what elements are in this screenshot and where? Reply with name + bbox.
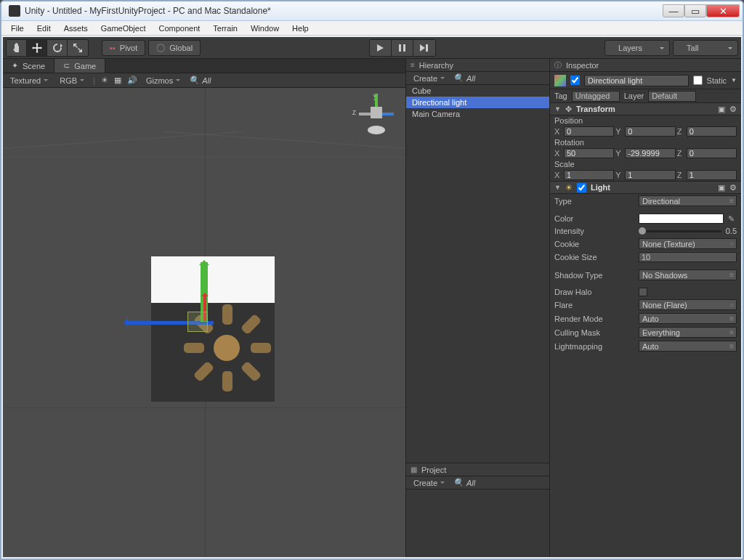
svg-rect-1 [403, 44, 405, 52]
eyedropper-icon[interactable]: ✎ [728, 214, 737, 224]
gizmos-dropdown[interactable]: Gizmos [143, 76, 183, 85]
menu-edit[interactable]: Edit [31, 23, 57, 34]
step-button[interactable] [413, 40, 435, 56]
play-button[interactable] [370, 40, 392, 56]
scale-x[interactable]: 1 [564, 170, 614, 180]
position-x[interactable]: 0 [564, 126, 614, 137]
project-toolbar: Create 🔍All [406, 476, 549, 490]
inspector-header[interactable]: ⓘInspector [550, 59, 741, 72]
menu-file[interactable]: File [4, 23, 31, 34]
menu-component[interactable]: Component [152, 23, 206, 34]
object-type-icon [554, 75, 566, 86]
shadowtype-label: Shadow Type [554, 271, 634, 280]
project-create-dropdown[interactable]: Create [411, 479, 448, 487]
help-icon[interactable]: ▣ [718, 105, 725, 114]
menu-assets[interactable]: Assets [57, 23, 94, 34]
project-search[interactable]: 🔍All [453, 478, 545, 487]
scene-search[interactable]: 🔍All [189, 76, 401, 85]
lightmapping-dropdown[interactable]: Auto [639, 341, 737, 352]
tag-label: Tag [554, 92, 567, 100]
hierarchy-toolbar: Create 🔍All [406, 72, 549, 85]
tag-dropdown[interactable]: Untagged [572, 91, 620, 102]
layout-dropdown[interactable]: Tall [673, 40, 738, 56]
static-label: Static [707, 76, 727, 85]
rotation-y[interactable]: -29.9999 [625, 148, 675, 158]
orientation-gizmo[interactable]: y z [355, 94, 398, 137]
intensity-value[interactable]: 0.5 [726, 227, 737, 235]
hierarchy-search[interactable]: 🔍All [453, 73, 545, 83]
cookiesize-field[interactable]: 10 [639, 252, 737, 262]
gear-icon[interactable]: ⚙ [729, 183, 737, 192]
cookie-field[interactable]: None (Texture) [639, 238, 737, 249]
hierarchy-item-cube[interactable]: Cube [406, 85, 549, 97]
color-field[interactable] [639, 214, 724, 224]
sun-ray-icon [222, 371, 232, 391]
hierarchy-header[interactable]: ≡Hierarchy [406, 59, 549, 72]
hierarchy-item-main-camera[interactable]: Main Camera [406, 108, 549, 120]
audio-toggle-icon[interactable]: 🔊 [127, 76, 137, 85]
scale-z[interactable]: 1 [687, 170, 737, 180]
move-plane-icon[interactable] [187, 312, 208, 332]
light-toggle-icon[interactable]: ☀ [101, 76, 108, 85]
menu-gameobject[interactable]: GameObject [94, 23, 153, 34]
chevron-down-icon: ▼ [554, 184, 561, 191]
drawhalo-checkbox[interactable] [639, 288, 647, 296]
sun-ray-icon [184, 343, 204, 353]
tool-group [6, 39, 89, 57]
cullingmask-dropdown[interactable]: Everything [639, 327, 737, 338]
layers-dropdown[interactable]: Layers [604, 40, 670, 56]
maximize-button[interactable]: ▭ [684, 4, 706, 17]
active-checkbox[interactable] [570, 76, 580, 85]
rotate-tool[interactable] [47, 40, 68, 56]
rotation-fields: X50 Y-29.9999 Z0 [550, 147, 741, 159]
hierarchy-item-directional-light[interactable]: Directional light [406, 97, 549, 108]
rendermode-dropdown[interactable]: RGB [57, 76, 87, 85]
layer-dropdown[interactable]: Default [648, 91, 696, 102]
layer-label: Layer [624, 92, 644, 100]
close-button[interactable]: ✕ [706, 4, 740, 17]
scene-toolbar: Textured RGB | ☀ ▦ 🔊 Gizmos 🔍All [3, 73, 405, 88]
scene-viewport[interactable]: y z [3, 88, 405, 557]
tab-scene[interactable]: ✦Scene [3, 59, 54, 73]
position-z[interactable]: 0 [687, 126, 737, 137]
type-dropdown[interactable]: Directional [639, 195, 737, 206]
hierarchy-create-dropdown[interactable]: Create [411, 74, 448, 83]
static-dropdown-icon[interactable]: ▼ [731, 77, 737, 84]
drawhalo-label: Draw Halo [554, 288, 634, 296]
rotation-z[interactable]: 0 [687, 148, 737, 158]
menu-terrain[interactable]: Terrain [206, 23, 244, 34]
pause-button[interactable] [392, 40, 413, 56]
project-assets[interactable] [406, 490, 549, 557]
light-enabled-checkbox[interactable] [577, 183, 586, 192]
help-icon[interactable]: ▣ [718, 183, 725, 192]
scale-y[interactable]: 1 [625, 170, 675, 180]
main-area: ✦Scene ⊂Game Textured RGB | ☀ ▦ 🔊 Gizmos… [3, 59, 741, 557]
intensity-slider[interactable]: 0.5 [639, 227, 737, 235]
pivot-toggle[interactable]: ▪▪Pivot [102, 40, 145, 56]
light-header[interactable]: ▼ ☀ Light ▣ ⚙ [550, 181, 741, 194]
object-name-field[interactable]: Directional light [584, 75, 689, 86]
search-icon: 🔍 [453, 73, 464, 83]
gear-icon[interactable]: ⚙ [729, 105, 737, 114]
position-y[interactable]: 0 [625, 126, 675, 137]
flare-field[interactable]: None (Flare) [639, 299, 737, 310]
scale-tool[interactable] [68, 40, 88, 56]
sun-ray-icon [240, 314, 262, 336]
transform-header[interactable]: ▼ ✥ Transform ▣ ⚙ [550, 102, 741, 115]
global-toggle[interactable]: ◯Global [148, 40, 201, 56]
rendermode-dropdown[interactable]: Auto [639, 313, 737, 324]
titlebar[interactable]: Unity - Untitled - MyFirstUnityProject -… [1, 1, 743, 21]
move-tool[interactable] [27, 40, 47, 56]
rotation-x[interactable]: 50 [564, 148, 614, 158]
tab-game[interactable]: ⊂Game [54, 59, 105, 73]
shadowtype-dropdown[interactable]: No Shadows [639, 269, 737, 280]
minimize-button[interactable]: — [663, 4, 684, 17]
menu-help[interactable]: Help [286, 23, 315, 34]
sun-ray-icon [222, 304, 232, 325]
static-checkbox[interactable] [693, 76, 703, 85]
hand-tool[interactable] [7, 40, 27, 56]
skybox-toggle-icon[interactable]: ▦ [114, 76, 121, 85]
menu-window[interactable]: Window [244, 23, 286, 34]
project-header[interactable]: ▦Project [406, 463, 549, 476]
shading-dropdown[interactable]: Textured [7, 76, 51, 85]
